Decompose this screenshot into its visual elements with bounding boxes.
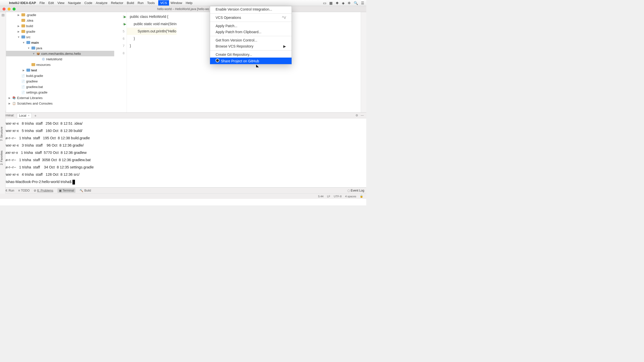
vcs-menu-item[interactable]: Enable Version Control Integration...: [210, 6, 292, 12]
tray-icon[interactable]: ▦: [329, 1, 333, 5]
terminal-tool-button[interactable]: ▣ Terminal: [57, 188, 75, 193]
window-titlebar: hello-world – HelloWorld.java [hello-wo: [0, 6, 366, 12]
menu-navigate[interactable]: Navigate: [68, 1, 81, 5]
tray-icon[interactable]: ❖: [336, 1, 339, 5]
terminal-header: Terminal: Local× + ⚙ —: [0, 112, 366, 118]
tree-node[interactable]: 📄settings.gradle: [6, 89, 114, 95]
zoom-window-button[interactable]: [13, 8, 16, 11]
menu-tools[interactable]: Tools: [147, 1, 155, 5]
project-tool-icon[interactable]: ▤: [2, 13, 5, 17]
vcs-menu-item[interactable]: Share Project on GitHub: [210, 58, 292, 64]
tray-icon[interactable]: ✲: [348, 1, 351, 5]
new-terminal-tab-button[interactable]: +: [34, 113, 36, 118]
vcs-menu-item[interactable]: Create Git Repository...: [210, 52, 292, 58]
apple-icon[interactable]: [2, 1, 6, 5]
tree-node[interactable]: ⒸHelloWorld: [6, 56, 114, 62]
tray-icon[interactable]: ◈: [342, 1, 345, 5]
macos-menubar: IntelliJ IDEA-EAP FileEditViewNavigateCo…: [0, 0, 366, 6]
editor-code[interactable]: public class HelloWorld { public static …: [127, 12, 177, 112]
menu-file[interactable]: File: [39, 1, 45, 5]
minimize-window-button[interactable]: [8, 8, 11, 11]
event-log-button[interactable]: ◌ Event Log: [347, 189, 364, 192]
menubar-tray: ▭ ▦ ❖ ◈ ✲ 🔍 ☰: [323, 1, 364, 5]
tray-icon[interactable]: ▭: [323, 1, 326, 5]
tree-node[interactable]: 📄gradlew: [6, 78, 114, 84]
menu-build[interactable]: Build: [127, 1, 134, 5]
vcs-menu-item[interactable]: Apply Patch...: [210, 23, 292, 29]
control-center-icon[interactable]: ☰: [361, 1, 364, 5]
tree-node[interactable]: .idea: [6, 18, 114, 23]
status-bar: 5:44 LF UTF-8 4 spaces 🔒: [0, 193, 366, 199]
menu-refactor[interactable]: Refactor: [111, 1, 123, 5]
structure-tab[interactable]: 7: Structure: [0, 126, 3, 142]
menu-analyze[interactable]: Analyze: [96, 1, 107, 5]
app-name[interactable]: IntelliJ IDEA-EAP: [9, 1, 36, 5]
problems-tool-button[interactable]: ⊘ 6: Problems: [34, 189, 53, 192]
menu-help[interactable]: Help: [186, 1, 192, 5]
menu-run[interactable]: Run: [138, 1, 144, 5]
terminal-tab[interactable]: Local×: [17, 113, 32, 118]
close-window-button[interactable]: [3, 8, 6, 11]
caret-position[interactable]: 5:44: [318, 195, 324, 198]
vcs-menu-item[interactable]: Apply Patch from Clipboard...: [210, 29, 292, 35]
tree-node[interactable]: ▶📋Scratches and Consoles: [6, 101, 114, 106]
terminal-hide-icon[interactable]: —: [361, 114, 364, 117]
tree-node[interactable]: ▼📦com.mechanitis.demo.hello: [6, 51, 114, 56]
right-tool-rail: [361, 12, 366, 112]
bottom-tool-strip: ▶ 4: Run ≡ TODO ⊘ 6: Problems ▣ Terminal…: [0, 187, 366, 193]
close-tab-icon[interactable]: ×: [28, 114, 29, 117]
editor-gutter: 3▶4▶5678: [114, 12, 127, 112]
tree-node[interactable]: ▶test: [6, 67, 114, 73]
tree-node[interactable]: ▼java: [6, 45, 114, 51]
mouse-cursor: ◣: [256, 64, 259, 68]
menu-view[interactable]: View: [57, 1, 64, 5]
line-ending[interactable]: LF: [327, 195, 330, 198]
vcs-dropdown-menu[interactable]: Enable Version Control Integration...VCS…: [210, 6, 292, 64]
build-tool-button[interactable]: 🔨 Build: [79, 189, 91, 192]
vcs-menu-item[interactable]: Get from Version Control...: [210, 37, 292, 43]
indent-setting[interactable]: 4 spaces: [345, 195, 356, 198]
left-tool-rail: ▤: [0, 12, 6, 112]
tree-node[interactable]: ▶build: [6, 23, 114, 29]
file-encoding[interactable]: UTF-8: [334, 195, 342, 198]
menu-code[interactable]: Code: [85, 1, 92, 5]
tree-node[interactable]: resources: [6, 62, 114, 67]
window-title: hello-world – HelloWorld.java [hello-wo: [157, 7, 209, 11]
tree-node[interactable]: ▼main: [6, 40, 114, 45]
tree-node[interactable]: ▶📚External Libraries: [6, 95, 114, 101]
menu-vcs[interactable]: VCS: [158, 0, 169, 6]
todo-tool-button[interactable]: ≡ TODO: [18, 189, 29, 192]
vcs-menu-item[interactable]: VCS Operations^V: [210, 15, 292, 21]
tree-node[interactable]: ▶gradle: [6, 29, 114, 34]
terminal-output[interactable]: drwxr-xr-x 8 trisha staff 256 Oct 8 12:5…: [0, 118, 366, 187]
tree-node[interactable]: ▼src: [6, 34, 114, 40]
project-tree[interactable]: ▶.gradle.idea▶build▶gradle▼src▼main▼java…: [6, 12, 114, 112]
menu-window[interactable]: Window: [171, 1, 182, 5]
terminal-settings-icon[interactable]: ⚙: [355, 114, 358, 117]
search-icon[interactable]: 🔍: [354, 1, 358, 5]
github-icon: [216, 59, 219, 62]
tree-node[interactable]: 📄build.gradle: [6, 73, 114, 78]
favorites-tab[interactable]: 2: Favorites: [0, 150, 3, 166]
tree-node[interactable]: ▶.gradle: [6, 12, 114, 18]
menu-edit[interactable]: Edit: [48, 1, 54, 5]
tree-node[interactable]: 📄gradlew.bat: [6, 84, 114, 89]
vcs-menu-item[interactable]: Browse VCS Repository▶: [210, 43, 292, 49]
left-tool-rail-lower: 7: Structure 2: Favorites: [0, 111, 6, 194]
readonly-lock-icon[interactable]: 🔒: [360, 195, 363, 198]
